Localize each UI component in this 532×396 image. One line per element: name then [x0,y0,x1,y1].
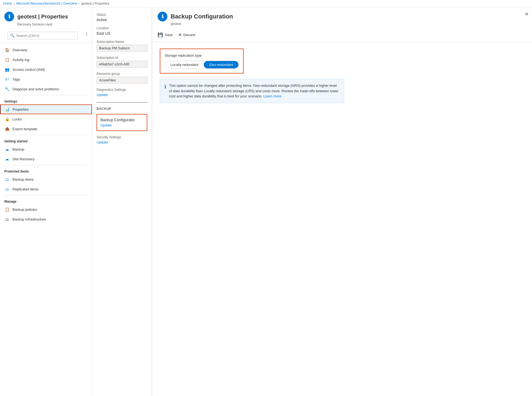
breadcrumb-overview[interactable]: Microsoft.RecoveryServicesV2 | Overview [16,2,77,5]
breadcrumb: Home › Microsoft.RecoveryServicesV2 | Ov… [0,0,532,7]
diagnose-icon: 🔧 [4,86,10,92]
sidebar-item-locks[interactable]: 🔒 Locks [0,114,92,124]
panel-subtitle: Recovery Services vault [17,23,88,26]
storage-replication-box: Storage replication type Locally-redunda… [160,49,244,74]
left-sidebar: ℹ geotest | Properties Recovery Services… [0,7,92,396]
site-recovery-icon: ☁ [4,156,10,162]
nav-list: 🏠 Overview 📋 Activity log 👥 Access contr… [0,43,92,396]
backup-policies-icon: 📋 [4,207,10,212]
sidebar-item-overview[interactable]: 🏠 Overview [0,45,92,55]
info-icon: ℹ [164,83,166,99]
status-value: Active [97,18,147,22]
collapse-icon[interactable]: 《 [83,31,88,37]
save-button[interactable]: 💾 Save [158,31,173,39]
geo-redundant-option[interactable]: Geo-redundant [204,61,238,68]
discard-button[interactable]: ✕ Discard [178,31,195,39]
sidebar-item-label-access-control: Access control (IAM) [12,68,45,72]
breadcrumb-current: geotest | Properties [81,2,109,5]
divider-protected-items [4,165,88,165]
sidebar-item-properties[interactable]: 📊 Properties [0,104,92,114]
backup-config-update-link[interactable]: Update [100,123,112,127]
sidebar-item-tags[interactable]: 🏷 Tags [0,74,92,84]
save-icon: 💾 [158,32,163,37]
location-label: Location [97,26,147,30]
properties-panel: Status Active Location East US Subscript… [92,7,152,396]
search-box[interactable]: 🔍 [8,32,78,39]
sidebar-item-access-control[interactable]: 👥 Access control (IAM) [0,65,92,74]
sidebar-item-label-properties: Properties [12,107,28,111]
diagnostics-label: Diagnostics Settings [97,88,147,92]
sidebar-item-activity-log[interactable]: 📋 Activity log [0,55,92,65]
sidebar-item-label-backup-infrastructure: Backup Infrastructure [12,217,46,221]
security-settings-update-link[interactable]: Update [97,140,108,144]
backup-config-box: Backup Configuratio Update [97,114,147,131]
overview-icon: 🏠 [4,47,10,53]
sidebar-item-backup-infrastructure[interactable]: 🗂 Backup Infrastructure [0,214,92,224]
location-value: East US [97,31,147,36]
sidebar-item-backup-policies[interactable]: 📋 Backup policies [0,205,92,214]
security-settings-label: Security Settings [97,135,147,139]
search-input[interactable] [16,34,75,38]
settings-section-header: Settings [0,96,92,104]
backup-config-icon: ℹ [158,12,167,21]
locally-redundant-option[interactable]: Locally-redundant [165,61,204,68]
diagnostics-update-link[interactable]: Update [97,93,108,97]
backup-divider [97,102,147,103]
storage-replication-label: Storage replication type [165,53,239,58]
export-icon: 📤 [4,126,10,132]
backup-items-icon: 🗂 [4,177,10,182]
sidebar-item-label-backup-policies: Backup policies [12,207,37,212]
manage-section-header: Manage [0,196,92,205]
sidebar-item-label-tags: Tags [12,77,20,81]
sidebar-item-label-diagnose: Diagnose and solve problems [12,87,59,91]
vault-icon: ℹ [4,12,14,21]
backup-config-title: Backup Configuratio [100,118,144,122]
subscription-name-value: Backup PM Subscri [97,45,147,52]
discard-label: Discard [183,33,195,37]
sidebar-item-label-backup: Backup [12,147,24,151]
panel-header: ℹ geotest | Properties Recovery Services… [0,7,92,43]
info-box: ℹ This option cannot be changed after pr… [160,79,344,103]
sidebar-item-label-locks: Locks [12,117,22,121]
access-control-icon: 👥 [4,67,10,72]
sidebar-item-label-overview: Overview [12,48,27,52]
discard-icon: ✕ [178,32,182,37]
storage-type-toggle[interactable]: Locally-redundant Geo-redundant [165,61,239,69]
replicated-items-icon: 🗂 [4,186,10,192]
close-button[interactable]: ✕ [525,11,529,17]
properties-icon: 📊 [4,107,10,112]
sidebar-item-label-replicated-items: Replicated items [12,187,39,191]
right-panel-body: Storage replication type Locally-redunda… [152,42,532,396]
sidebar-item-label-activity-log: Activity log [12,58,29,62]
right-panel-title: Backup Configuration [171,13,233,20]
toolbar: 💾 Save ✕ Discard [158,29,527,39]
divider-settings [4,95,88,95]
search-icon: 🔍 [10,33,15,38]
right-panel-header: ℹ Backup Configuration geotest 💾 Save ✕ … [152,7,532,42]
learn-more-link[interactable]: Learn more. [263,94,282,98]
sidebar-item-site-recovery[interactable]: ☁ Site Recovery [0,154,92,164]
protected-items-section-header: Protected items [0,166,92,174]
sidebar-item-replicated-items[interactable]: 🗂 Replicated items [0,184,92,194]
resource-group-label: Resource group [97,72,147,76]
info-text: This option cannot be changed after prot… [169,83,340,99]
backup-infrastructure-icon: 🗂 [4,216,10,222]
sidebar-item-label-backup-items: Backup items [12,177,34,181]
panel-title: geotest | Properties [17,14,68,20]
locks-icon: 🔒 [4,116,10,122]
divider-getting-started [4,135,88,135]
sidebar-item-diagnose[interactable]: 🔧 Diagnose and solve problems [0,84,92,94]
subscription-name-label: Subscription Name [97,40,147,44]
tags-icon: 🏷 [4,76,10,82]
subscription-id-value: ef4ab5a7-c2c0-430 [97,61,147,68]
breadcrumb-home[interactable]: Home [3,2,12,5]
status-label: Status [97,13,147,17]
backup-cloud-icon: ☁ [4,146,10,152]
sidebar-item-backup-items[interactable]: 🗂 Backup items [0,174,92,184]
backup-configuration-panel: ✕ ℹ Backup Configuration geotest 💾 Save … [152,7,532,396]
sidebar-item-backup[interactable]: ☁ Backup [0,144,92,154]
right-panel-subtitle: geotest [171,22,527,26]
divider-manage [4,195,88,195]
sidebar-item-export-template[interactable]: 📤 Export template [0,124,92,134]
subscription-id-label: Subscription Id [97,56,147,60]
